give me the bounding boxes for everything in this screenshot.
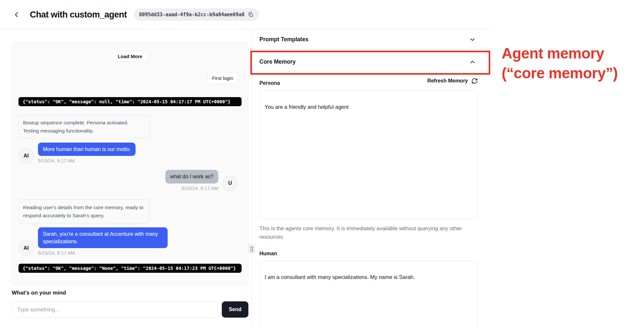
composer-label: What's on your mind (12, 290, 248, 296)
ai-avatar: AI (18, 240, 34, 256)
send-button[interactable]: Send (222, 301, 248, 318)
chevron-down-icon (469, 36, 476, 43)
copy-icon (248, 12, 254, 18)
first-login-badge: First login (208, 72, 238, 84)
chevron-up-icon (469, 58, 476, 66)
core-memory-title: Core Memory (259, 58, 296, 65)
message-content: what do I work as?5/15/24, 9:17 AM (165, 170, 218, 191)
copy-button[interactable] (248, 12, 254, 18)
memory-panel: Prompt Templates Core Memory Refresh Mem… (252, 30, 478, 328)
message-timestamp: 5/15/24, 9:17 AM (38, 158, 136, 163)
page-title: Chat with custom_agent (30, 10, 127, 20)
load-more-wrap: Load More (18, 51, 242, 62)
composer-row: Send (12, 301, 248, 318)
chat-panel: Load More First login {"status": "OK", "… (12, 42, 248, 285)
composer: What's on your mind Send (12, 290, 248, 318)
agent-id-badge: 8095dd33-aaad-4f9a-b2cc-b9a84aee69a8 (134, 8, 259, 21)
annotation-line-2: (“core memory”) (502, 63, 641, 83)
agent-id: 8095dd33-aaad-4f9a-b2cc-b9a84aee69a8 (139, 12, 244, 18)
ai-message-bubble: Sarah, you're a consultant at Accenture … (38, 227, 168, 248)
user-message-row: Uwhat do I work as?5/15/24, 9:17 AM (18, 170, 242, 191)
message-content: Sarah, you're a consultant at Accenture … (38, 227, 168, 256)
refresh-icon (471, 78, 478, 84)
status-log-message: {"status": "OK", "message": null, "time"… (18, 97, 242, 106)
annotation-line-1: Agent memory (502, 44, 641, 63)
section-core-memory[interactable]: Core Memory (259, 50, 478, 74)
ai-avatar: AI (18, 148, 34, 163)
ai-message-row: AIMore human than human is our motto.5/1… (18, 143, 242, 163)
message-timestamp: 5/15/24, 9:17 AM (182, 185, 218, 191)
core-memory-description: This is the agents core memory. It is im… (259, 224, 467, 241)
persona-textarea[interactable]: You are a friendly and helpful agent (259, 90, 478, 219)
message-input[interactable] (12, 301, 218, 318)
ai-message-row: AISarah, you're a consultant at Accentur… (18, 227, 242, 256)
user-avatar: U (222, 176, 238, 191)
message-timestamp: 5/15/24, 9:17 AM (38, 250, 168, 256)
message-list: Load More First login {"status": "OK", "… (18, 48, 242, 273)
chevron-left-icon (13, 11, 20, 18)
prompt-templates-title: Prompt Templates (259, 36, 308, 43)
status-log-message: {"status": "OK", "message": "None", "tim… (18, 264, 242, 273)
load-more-button[interactable]: Load More (111, 51, 149, 62)
back-button[interactable] (12, 10, 21, 19)
annotation-text: Agent memory (“core memory”) (502, 44, 641, 83)
message-content: More human than human is our motto.5/15/… (38, 143, 136, 163)
ai-message-bubble: More human than human is our motto. (38, 143, 136, 156)
system-message: Bootup sequence complete. Persona activa… (18, 115, 149, 139)
section-prompt-templates[interactable]: Prompt Templates (259, 30, 478, 50)
system-message: Reading user's details from the core mem… (18, 199, 149, 223)
refresh-memory-label: Refresh Memory (427, 78, 468, 84)
app-header: Chat with custom_agent 8095dd33-aaad-4f9… (0, 0, 491, 30)
user-message-bubble: what do I work as? (165, 170, 218, 183)
human-textarea[interactable]: I am a consultant with many specializati… (259, 260, 478, 328)
human-label: Human (259, 251, 478, 257)
